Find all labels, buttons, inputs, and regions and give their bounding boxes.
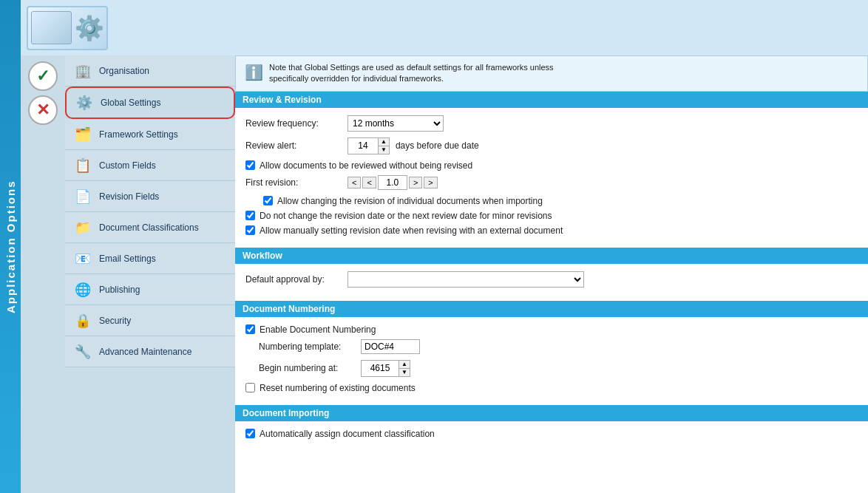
publishing-icon: 🌐: [72, 279, 93, 300]
review-revision-header: Review & Revision: [235, 92, 868, 108]
sidebar: 🏢 Organisation ⚙️ Global Settings 🗂️ Fra…: [65, 55, 235, 493]
sidebar-item-framework-settings[interactable]: 🗂️ Framework Settings: [65, 119, 235, 150]
custom-fields-icon: 📋: [72, 155, 93, 176]
sidebar-item-document-classifications[interactable]: 📁 Document Classifications: [65, 212, 235, 243]
sidebar-item-revision-fields[interactable]: 📄 Revision Fields: [65, 181, 235, 212]
default-approval-row: Default approval by:: [245, 271, 858, 288]
enable-numbering-row: Enable Document Numbering: [245, 324, 858, 335]
sidebar-item-email-settings[interactable]: 📧 Email Settings: [65, 243, 235, 274]
begin-numbering-spinner[interactable]: ▲ ▼: [361, 360, 410, 377]
sidebar-item-advanced-maintenance[interactable]: 🔧 Advanced Maintenance: [65, 336, 235, 367]
do-not-change-checkbox[interactable]: [245, 211, 255, 220]
sidebar-item-organisation[interactable]: 🏢 Organisation: [65, 55, 235, 86]
allow-manually-label: Allow manually setting revision date whe…: [260, 225, 563, 236]
rev-prev-prev[interactable]: <: [347, 177, 361, 188]
info-icon: ℹ️: [245, 64, 263, 81]
revision-nav[interactable]: < < 1.0 > >: [347, 175, 438, 190]
review-revision-content: Review frequency: 12 months 1 month 3 mo…: [235, 108, 868, 248]
auto-assign-label: Automatically assign document classifica…: [260, 429, 435, 439]
begin-numbering-input[interactable]: [362, 361, 399, 375]
rev-next-next[interactable]: >: [424, 177, 437, 188]
numbering-template-input[interactable]: [361, 339, 420, 354]
review-alert-row: Review alert: ▲ ▼ days before due date: [245, 137, 858, 154]
sidebar-item-custom-fields[interactable]: 📋 Custom Fields: [65, 150, 235, 181]
advanced-maintenance-icon: 🔧: [72, 341, 93, 362]
allow-changing-checkbox[interactable]: [263, 196, 273, 205]
review-frequency-label: Review frequency:: [245, 118, 342, 129]
framework-settings-icon: 🗂️: [72, 124, 93, 145]
cancel-button[interactable]: ✕: [28, 95, 58, 125]
revision-fields-icon: 📄: [72, 186, 93, 207]
document-numbering-content: Enable Document Numbering Numbering temp…: [235, 317, 868, 405]
rev-value: 1.0: [378, 175, 407, 190]
review-alert-label: Review alert:: [245, 140, 342, 151]
numbering-template-label: Numbering template:: [259, 341, 355, 352]
allow-changing-row: Allow changing the revision of individua…: [263, 196, 858, 206]
global-settings-icon: ⚙️: [74, 92, 95, 113]
begin-numbering-up[interactable]: ▲: [399, 361, 410, 369]
email-settings-icon: 📧: [72, 248, 93, 269]
review-alert-input[interactable]: [348, 139, 378, 152]
rev-prev[interactable]: <: [362, 177, 376, 188]
default-approval-select[interactable]: [347, 271, 584, 288]
review-alert-down[interactable]: ▼: [379, 146, 389, 154]
review-frequency-row: Review frequency: 12 months 1 month 3 mo…: [245, 115, 858, 132]
allow-review-row: Allow documents to be reviewed without b…: [245, 160, 858, 171]
allow-review-checkbox[interactable]: [245, 160, 255, 170]
allow-manually-row: Allow manually setting revision date whe…: [245, 225, 858, 236]
enable-numbering-checkbox[interactable]: [245, 324, 255, 334]
auto-assign-checkbox[interactable]: [245, 429, 255, 438]
reset-numbering-checkbox[interactable]: [245, 383, 255, 392]
do-not-change-row: Do not change the revision date or the n…: [245, 211, 858, 221]
document-importing-header: Document Importing: [235, 405, 868, 421]
document-classifications-icon: 📁: [72, 217, 93, 238]
main-content: ℹ️ Note that Global Settings are used as…: [235, 55, 868, 493]
sidebar-item-publishing[interactable]: 🌐 Publishing: [65, 274, 235, 305]
first-revision-row: First revision: < < 1.0 > >: [245, 175, 858, 190]
auto-assign-row: Automatically assign document classifica…: [245, 429, 858, 439]
first-revision-label: First revision:: [245, 177, 342, 188]
review-alert-spinner[interactable]: ▲ ▼: [347, 137, 390, 154]
confirm-button[interactable]: ✓: [28, 61, 58, 91]
days-label: days before due date: [396, 140, 479, 151]
rev-next[interactable]: >: [409, 177, 422, 188]
allow-manually-checkbox[interactable]: [245, 225, 255, 235]
logo-box: ⚙️: [27, 6, 108, 50]
reset-numbering-label: Reset numbering of existing documents: [260, 383, 416, 393]
sidebar-item-global-settings[interactable]: ⚙️ Global Settings: [65, 86, 235, 119]
do-not-change-label: Do not change the revision date or the n…: [260, 211, 552, 221]
info-text-2: specifically overridden for individual f…: [269, 73, 554, 84]
app-label: Application Options: [0, 0, 21, 493]
begin-numbering-row: Begin numbering at: ▲ ▼: [259, 360, 858, 377]
workflow-header: Workflow: [235, 248, 868, 264]
allow-changing-label: Allow changing the revision of individua…: [277, 196, 543, 206]
info-bar: ℹ️ Note that Global Settings are used as…: [235, 55, 868, 92]
logo-gear-icon: ⚙️: [75, 14, 104, 42]
numbering-template-row: Numbering template:: [259, 339, 858, 354]
document-importing-content: Automatically assign document classifica…: [235, 421, 868, 451]
document-numbering-header: Document Numbering: [235, 301, 868, 317]
organisation-icon: 🏢: [72, 61, 93, 81]
enable-numbering-label: Enable Document Numbering: [260, 324, 376, 335]
workflow-content: Default approval by:: [235, 264, 868, 301]
review-frequency-select[interactable]: 12 months 1 month 3 months 6 months 24 m…: [347, 115, 444, 132]
info-text-1: Note that Global Settings are used as de…: [269, 62, 554, 73]
top-bar: ⚙️: [21, 0, 868, 55]
begin-numbering-down[interactable]: ▼: [399, 369, 410, 376]
review-alert-up[interactable]: ▲: [379, 138, 389, 146]
sidebar-item-security[interactable]: 🔒 Security: [65, 305, 235, 336]
default-approval-label: Default approval by:: [245, 274, 342, 285]
allow-review-label: Allow documents to be reviewed without b…: [260, 160, 472, 171]
reset-numbering-row: Reset numbering of existing documents: [245, 383, 858, 393]
security-icon: 🔒: [72, 310, 93, 331]
begin-numbering-label: Begin numbering at:: [259, 363, 355, 373]
